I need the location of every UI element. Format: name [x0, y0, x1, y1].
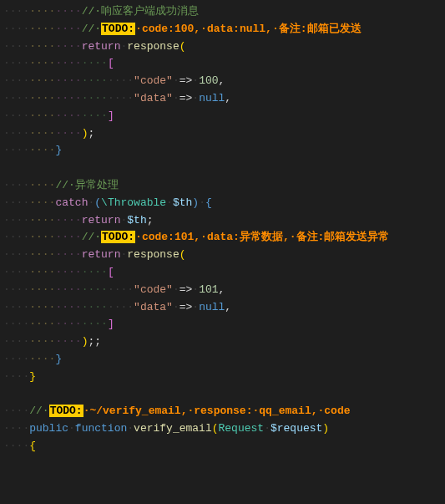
code-line: ················]: [3, 316, 445, 333]
code-line: ················]: [3, 108, 445, 125]
comment-text: ·响应客户端成功消息: [94, 5, 199, 18]
code-line: [3, 386, 445, 404]
code-line: ············);;: [3, 333, 445, 351]
code-line: ············);: [3, 125, 445, 143]
code-line: ····public·function·verify_email(Request…: [3, 420, 445, 438]
code-line: ············return·response(: [3, 38, 445, 56]
code-editor[interactable]: ············//·响应客户端成功消息 ············//·…: [3, 3, 445, 456]
code-line: ········catch·(\Throwable·$th)·{: [3, 195, 445, 212]
todo-text: ·~/verify_email,·response:·qq_email,·cod…: [83, 405, 351, 417]
code-line: ············return·$th;: [3, 212, 445, 230]
code-line: ········}: [3, 351, 445, 369]
todo-text: ·code:100,·data:null,·备注:邮箱已发送: [135, 23, 361, 35]
code-line: ············//·响应客户端成功消息: [3, 3, 445, 21]
code-line: ····//·TODO:·~/verify_email,·response:·q…: [3, 403, 445, 420]
todo-highlight: TODO:: [101, 231, 135, 243]
code-line: ····················"code"·=>·100,: [3, 73, 445, 90]
code-line: ····················"data"·=>·null,: [3, 299, 445, 317]
code-line: ····{: [3, 438, 445, 456]
todo-highlight: TODO:: [101, 23, 135, 35]
code-line: ············return·response(: [3, 247, 445, 264]
code-line: ····················"code"·=>·101,: [3, 282, 445, 299]
code-line: [3, 160, 445, 177]
code-line: ············//·TODO:·code:100,·data:null…: [3, 21, 445, 38]
code-line: ····················"data"·=>·null,: [3, 90, 445, 108]
code-line: ················[: [3, 55, 445, 73]
code-line: ········//·异常处理: [3, 177, 445, 195]
todo-text: ·code:101,·data:异常数据,·备注:邮箱发送异常: [135, 231, 389, 243]
code-line: ············//·TODO:·code:101,·data:异常数据…: [3, 229, 445, 247]
comment-text: ·异常处理: [68, 179, 119, 191]
code-line: ········}: [3, 142, 445, 160]
code-line: ····}: [3, 369, 445, 386]
code-line: ················[: [3, 264, 445, 282]
todo-highlight: TODO:: [49, 405, 83, 417]
